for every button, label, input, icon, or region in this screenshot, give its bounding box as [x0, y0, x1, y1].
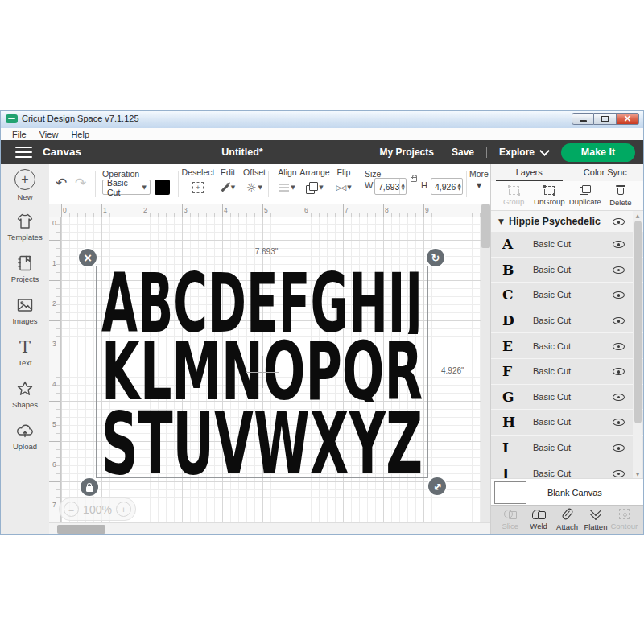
layer-thumbnail: I: [502, 440, 526, 456]
attach-button[interactable]: Attach: [553, 506, 581, 534]
scroll-up-icon[interactable]: ▲: [633, 211, 642, 220]
layer-thumbnail: H: [502, 414, 526, 430]
tab-color-sync[interactable]: Color Sync: [568, 164, 644, 181]
scroll-down-icon[interactable]: ▼: [633, 469, 642, 478]
offset-button[interactable]: Offset ☼▼: [237, 167, 272, 196]
eye-icon[interactable]: [613, 264, 625, 275]
lock-handle[interactable]: [80, 478, 98, 496]
canvas-workspace[interactable]: 0 1 2 3 4 5 6 7 8 9 0 1 2 3 4 5 6 7 7.69…: [49, 204, 490, 534]
eye-icon[interactable]: [613, 442, 625, 453]
sidebar-item-new[interactable]: + New: [1, 164, 49, 206]
sidebar-item-shapes[interactable]: Shapes: [1, 374, 49, 415]
horizontal-scrollbar[interactable]: [57, 525, 105, 534]
document-title[interactable]: Untitled*: [162, 147, 323, 158]
star-shape-icon: [15, 380, 35, 398]
eye-icon[interactable]: [613, 216, 625, 227]
undo-icon[interactable]: ↶: [56, 175, 67, 190]
remove-handle[interactable]: ×: [79, 249, 97, 266]
caret-down-icon: ▼: [142, 184, 147, 191]
save-link[interactable]: Save: [452, 147, 474, 158]
arrange-icon: [306, 182, 317, 193]
my-projects-link[interactable]: My Projects: [380, 147, 434, 158]
collapse-triangle-icon[interactable]: ▼: [498, 217, 504, 225]
height-stepper[interactable]: ▲▼: [456, 179, 462, 194]
hamburger-menu-icon[interactable]: [15, 147, 32, 158]
eye-icon[interactable]: [613, 289, 625, 300]
ruler-number: 8: [385, 206, 389, 214]
sidebar-item-images[interactable]: Images: [1, 290, 49, 332]
sidebar-item-text[interactable]: T Text: [1, 332, 49, 374]
align-icon: [279, 183, 289, 192]
layer-row[interactable]: H Basic Cut: [491, 410, 643, 436]
eye-icon[interactable]: [613, 238, 625, 250]
tab-layers[interactable]: Layers: [491, 164, 568, 181]
redo-icon[interactable]: ↷: [75, 175, 86, 190]
ruler-number: 4: [224, 206, 228, 214]
menu-file[interactable]: File: [6, 130, 32, 139]
edit-toolbar: ↶ ↷ Operation Basic Cut ▼ Deselect + Edi…: [49, 164, 490, 205]
layer-row[interactable]: J Basic Cut: [491, 460, 643, 478]
sidebar-item-projects[interactable]: Projects: [1, 248, 49, 290]
ungroup-button[interactable]: UnGroup: [531, 181, 567, 210]
eye-icon[interactable]: [613, 365, 625, 377]
panel-scrollbar[interactable]: ▲ ▼: [633, 211, 642, 478]
layer-group-header[interactable]: ▼ Hippie Psychedelic: [491, 211, 632, 232]
ruler-number: 5: [52, 420, 56, 428]
ungroup-icon: [544, 186, 555, 195]
size-lock-icon[interactable]: [408, 173, 419, 184]
more-button[interactable]: More ▼: [468, 169, 490, 189]
maximize-icon: [601, 116, 609, 122]
ruler-number: 5: [264, 206, 268, 214]
layer-row[interactable]: I Basic Cut: [491, 436, 643, 461]
resize-handle[interactable]: ↔: [428, 477, 446, 495]
layer-row[interactable]: D Basic Cut: [491, 308, 643, 334]
eye-icon[interactable]: [613, 315, 625, 326]
selection-width-value: 7.693": [242, 247, 291, 256]
horizontal-scrollbar-track[interactable]: [49, 522, 490, 534]
height-input[interactable]: 4,926 ▲▼: [431, 178, 463, 195]
duplicate-button[interactable]: Duplicate: [568, 181, 603, 210]
ruler-number: 6: [304, 206, 308, 214]
color-swatch[interactable]: [155, 180, 170, 195]
alphabet-row-3[interactable]: STUVWXYZ: [99, 407, 425, 476]
layer-row[interactable]: A Basic Cut: [491, 232, 643, 258]
flatten-button[interactable]: Flatten: [581, 506, 609, 534]
window-titlebar[interactable]: Cricut Design Space v7.1.125 ×: [1, 111, 643, 129]
window-minimize-button[interactable]: [572, 113, 594, 125]
eye-icon[interactable]: [613, 468, 625, 478]
menu-help[interactable]: Help: [65, 130, 95, 139]
window-close-button[interactable]: ×: [617, 113, 639, 125]
layer-row[interactable]: F Basic Cut: [491, 359, 643, 385]
ruler-number: 6: [52, 460, 56, 469]
layer-row[interactable]: B Basic Cut: [491, 258, 643, 283]
layer-row[interactable]: E Basic Cut: [491, 333, 643, 359]
zoom-in-button[interactable]: +: [116, 502, 131, 517]
x-icon: ×: [83, 252, 93, 263]
duplicate-icon: [580, 185, 591, 195]
eye-icon[interactable]: [613, 341, 625, 352]
width-input[interactable]: 7,693 ▲▼: [374, 178, 407, 195]
layer-row[interactable]: G Basic Cut: [491, 385, 643, 411]
width-stepper[interactable]: ▲▼: [399, 179, 406, 194]
image-icon: [15, 296, 35, 314]
rotate-handle[interactable]: ↻: [427, 249, 444, 266]
layer-row[interactable]: C Basic Cut: [491, 283, 643, 308]
explore-link[interactable]: Explore: [499, 147, 535, 158]
alphabet-row-1[interactable]: ABCDEFGHIJ: [99, 268, 425, 334]
menu-view[interactable]: View: [34, 130, 64, 139]
eye-icon[interactable]: [613, 391, 625, 402]
delete-button[interactable]: Delete: [603, 181, 638, 210]
sidebar-item-templates[interactable]: Templates: [1, 206, 49, 248]
ruler-number: 7: [52, 501, 56, 509]
operation-dropdown[interactable]: Basic Cut ▼: [102, 180, 151, 195]
blank-canvas-row[interactable]: Blank Canvas: [491, 478, 643, 506]
window-maximize-button[interactable]: [594, 113, 617, 125]
zoom-out-button[interactable]: –: [64, 502, 79, 517]
eye-icon[interactable]: [613, 416, 625, 427]
panel-scrollbar-thumb[interactable]: [634, 221, 642, 423]
vertical-scrollbar[interactable]: [481, 204, 490, 248]
sidebar-item-upload[interactable]: Upload: [1, 415, 49, 457]
weld-button[interactable]: Weld: [524, 506, 552, 534]
flatten-icon: [589, 509, 602, 520]
make-it-button[interactable]: Make It: [561, 143, 635, 162]
